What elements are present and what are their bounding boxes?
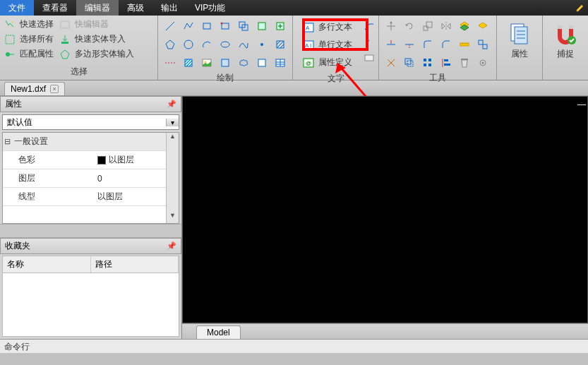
svg-point-1 bbox=[6, 52, 10, 56]
purge-icon[interactable] bbox=[457, 55, 472, 71]
property-row-layer[interactable]: 图层0 bbox=[3, 169, 166, 188]
fillet-icon[interactable] bbox=[420, 37, 436, 52]
region-icon[interactable] bbox=[217, 55, 233, 71]
measure-icon[interactable] bbox=[457, 37, 472, 52]
polygon-entity-input-button[interactable]: 多边形实体输入 bbox=[59, 48, 134, 60]
revcloud-icon[interactable] bbox=[236, 55, 251, 71]
arc-icon[interactable] bbox=[199, 37, 215, 52]
attdef-icon: @ bbox=[303, 57, 314, 68]
block-insert-icon[interactable] bbox=[272, 18, 288, 34]
match-props-button[interactable]: 匹配属性 bbox=[4, 48, 54, 60]
scroll-down-icon[interactable]: ▼ bbox=[169, 212, 176, 223]
pin-icon[interactable]: 📌 bbox=[167, 100, 176, 109]
polygon-input-icon bbox=[59, 49, 71, 60]
properties-button[interactable]: 属性 bbox=[501, 18, 538, 60]
svg-point-14 bbox=[184, 40, 193, 49]
table-icon[interactable] bbox=[272, 55, 288, 71]
wipeout-icon[interactable] bbox=[254, 55, 270, 71]
menu-tab-advanced[interactable]: 高级 bbox=[119, 0, 152, 16]
hatch-dropdown-icon[interactable] bbox=[272, 37, 288, 52]
copy-rect-icon[interactable] bbox=[236, 18, 251, 34]
close-icon[interactable]: × bbox=[50, 85, 59, 93]
property-row-color[interactable]: 色彩以图层 bbox=[3, 151, 166, 169]
property-section-header[interactable]: ⊟一般设置 bbox=[3, 133, 166, 151]
ellipse-icon[interactable] bbox=[217, 37, 233, 52]
dtext-button[interactable]: A I单行文本 bbox=[300, 37, 355, 52]
leader-icon[interactable] bbox=[364, 21, 375, 32]
scale-icon[interactable] bbox=[420, 18, 436, 34]
select-all-button[interactable]: 选择所有 bbox=[4, 33, 54, 45]
array-icon[interactable] bbox=[420, 55, 436, 71]
default-value-combo[interactable]: 默认值 ▾ bbox=[2, 114, 179, 130]
layers-icon[interactable] bbox=[457, 18, 472, 34]
hatch-icon[interactable] bbox=[181, 55, 196, 71]
quick-editor-label: 快编辑器 bbox=[75, 18, 109, 30]
chamfer-icon[interactable] bbox=[438, 37, 454, 52]
pin-icon[interactable]: 📌 bbox=[167, 241, 176, 251]
menu-tab-vip[interactable]: VIP功能 bbox=[186, 0, 234, 16]
construction-line-icon[interactable] bbox=[162, 55, 178, 71]
polygon-entity-input-label: 多边形实体输入 bbox=[75, 48, 134, 60]
trim-icon[interactable] bbox=[383, 37, 399, 52]
favorites-col-name[interactable]: 名称 bbox=[3, 256, 91, 273]
chevron-down-icon[interactable]: ▾ bbox=[166, 119, 179, 126]
ribbon-group-text: A多行文本 A I单行文本 @属性定义 ✓ 文字 bbox=[293, 16, 379, 80]
quick-select-button[interactable]: 快速选择 bbox=[4, 18, 54, 30]
align-icon[interactable] bbox=[438, 55, 454, 71]
svg-rect-2 bbox=[61, 21, 69, 28]
pencil-icon[interactable] bbox=[572, 0, 588, 16]
image-icon[interactable] bbox=[199, 55, 215, 71]
drawing-canvas[interactable]: — bbox=[182, 96, 588, 323]
command-line[interactable]: 命令行 bbox=[0, 339, 588, 353]
svg-rect-56 bbox=[424, 64, 426, 66]
ribbon-group-tools-label: 工具 bbox=[383, 71, 492, 86]
rectangle3p-icon[interactable] bbox=[217, 18, 233, 34]
mirror-icon[interactable] bbox=[438, 18, 454, 34]
menu-tab-viewer[interactable]: 查看器 bbox=[34, 0, 76, 16]
svg-marker-13 bbox=[166, 40, 174, 49]
svg-marker-45 bbox=[479, 23, 487, 28]
layer-prev-icon[interactable] bbox=[475, 18, 491, 34]
snap-button[interactable]: 捕捉 bbox=[547, 18, 584, 60]
property-key: 线型 bbox=[3, 191, 93, 203]
attdef-button[interactable]: @属性定义 bbox=[300, 55, 355, 70]
settings-icon[interactable] bbox=[475, 55, 491, 71]
favorites-col-path[interactable]: 路径 bbox=[91, 256, 179, 273]
spell-icon[interactable]: ✓ bbox=[364, 37, 375, 48]
offset-icon[interactable] bbox=[402, 55, 417, 71]
move-icon[interactable] bbox=[383, 18, 399, 34]
explode-icon[interactable] bbox=[383, 55, 399, 71]
svg-marker-4 bbox=[61, 50, 69, 59]
line-icon[interactable] bbox=[162, 18, 178, 34]
model-tab[interactable]: Model bbox=[196, 325, 241, 339]
menu-tab-file[interactable]: 文件 bbox=[0, 0, 34, 16]
menu-tab-editor[interactable]: 编辑器 bbox=[76, 0, 119, 16]
snap-label: 捕捉 bbox=[557, 48, 574, 60]
canvas-area: — Model bbox=[182, 96, 588, 339]
circle-icon[interactable] bbox=[181, 37, 196, 52]
group-icon[interactable] bbox=[475, 37, 491, 52]
property-section-name: 一般设置 bbox=[11, 136, 102, 148]
polyline-icon[interactable] bbox=[181, 18, 196, 34]
property-row-linetype[interactable]: 线型以图层 bbox=[3, 188, 166, 206]
block-icon[interactable] bbox=[254, 18, 270, 34]
favorites-list bbox=[2, 273, 179, 337]
spline-icon[interactable] bbox=[236, 37, 251, 52]
quick-entity-import-button[interactable]: 快速实体导入 bbox=[59, 33, 134, 45]
scrollbar[interactable]: ▲▼ bbox=[166, 133, 179, 223]
extend-icon[interactable] bbox=[402, 37, 417, 52]
polygon-icon[interactable] bbox=[162, 37, 178, 52]
menu-tab-output[interactable]: 输出 bbox=[152, 0, 186, 16]
field-icon[interactable] bbox=[364, 52, 375, 64]
mtext-button[interactable]: A多行文本 bbox=[300, 20, 355, 35]
scroll-up-icon[interactable]: ▲ bbox=[169, 133, 176, 144]
rectangle-icon[interactable] bbox=[199, 18, 215, 34]
ribbon-group-props: 属性 bbox=[497, 16, 543, 80]
rotate-icon[interactable] bbox=[402, 18, 417, 34]
point-icon[interactable] bbox=[254, 37, 270, 52]
document-tab[interactable]: New1.dxf × bbox=[4, 82, 65, 95]
svg-rect-23 bbox=[258, 59, 265, 66]
ribbon-group-draw: 绘制 bbox=[158, 16, 293, 80]
collapse-icon[interactable]: ⊟ bbox=[3, 137, 11, 146]
properties-grid: ⊟一般设置 色彩以图层 图层0 线型以图层 ▲▼ bbox=[2, 132, 179, 224]
